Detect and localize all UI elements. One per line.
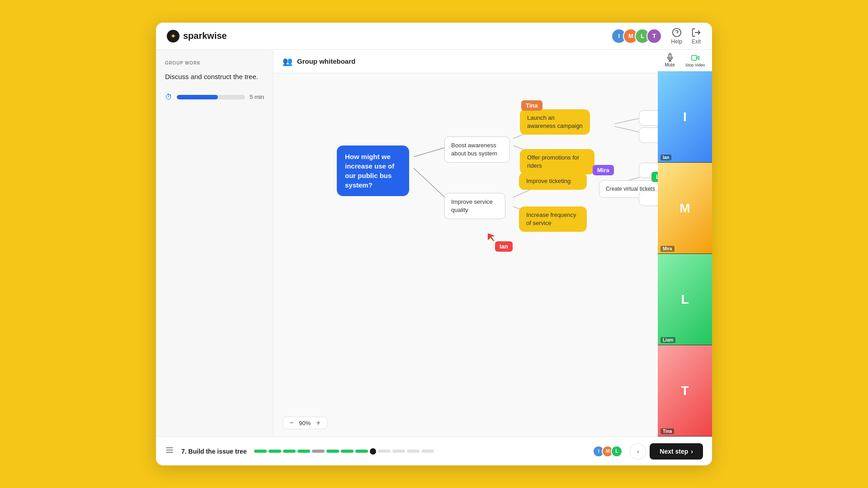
top-bar-right: I M L T Help Exit: [611, 28, 701, 45]
video-tile-mira: M Mira: [658, 163, 712, 254]
progress-dot-10: [378, 450, 391, 453]
canvas-area[interactable]: How might we increase use of our public …: [274, 73, 658, 436]
svg-marker-17: [697, 56, 699, 60]
liam-cursor: Liam: [651, 172, 658, 182]
help-button[interactable]: Help: [671, 28, 682, 45]
frequency-node[interactable]: Increase frequency of service: [519, 206, 587, 232]
zoom-out-button[interactable]: −: [288, 419, 295, 427]
svg-marker-14: [488, 233, 495, 241]
progress-dot-8: [355, 450, 368, 453]
sidebar: GROUP WORK Discuss and construct the tre…: [156, 50, 274, 436]
logo-icon: ✦: [167, 30, 179, 42]
svg-rect-18: [691, 55, 696, 60]
main-layout: GROUP WORK Discuss and construct the tre…: [156, 50, 712, 436]
svg-line-12: [615, 118, 639, 124]
video-name-tina: Tina: [660, 428, 674, 434]
progress-dots: [254, 448, 586, 455]
progress-dot-13: [421, 450, 434, 453]
video-panel: Mute Stop Video I Ian M Mira: [658, 50, 712, 436]
progress-dot-7: [341, 450, 354, 453]
group-work-tag: GROUP WORK: [165, 61, 264, 66]
svg-line-13: [615, 127, 639, 132]
promotions-node[interactable]: Offer promotions for riders: [520, 149, 594, 174]
central-node[interactable]: How might we increase use of our public …: [337, 145, 409, 196]
progress-dot-5: [312, 450, 325, 453]
progress-dot-11: [392, 450, 405, 453]
nav-buttons: ‹ Next step ›: [630, 443, 703, 460]
logo-area: ✦ sparkwise: [167, 30, 611, 42]
step-label: 7. Build the issue tree: [181, 448, 247, 455]
mira-cursor: Mira: [593, 165, 614, 175]
video-feed: I Ian M Mira L Liam T Tina: [658, 71, 712, 436]
menu-icon[interactable]: [165, 446, 174, 457]
progress-dot-1: [254, 450, 267, 453]
zoom-controls: − 90% +: [283, 417, 327, 429]
connector-lines: [274, 73, 658, 436]
app-window: ✦ sparkwise I M L T Help: [156, 23, 712, 465]
progress-dot-3: [283, 450, 296, 453]
empty-node-2[interactable]: [639, 127, 658, 143]
timer-icon: ⏱: [165, 93, 172, 101]
whiteboard-icon: 👥: [283, 56, 292, 66]
app-name: sparkwise: [183, 31, 227, 41]
avatar-tina[interactable]: T: [646, 28, 662, 44]
avatar-group: I M L T: [611, 28, 662, 44]
progress-dot-9: [370, 448, 376, 455]
boost-awareness-node[interactable]: Boost awareness about bus system: [444, 136, 510, 163]
empty-node-4[interactable]: [639, 191, 658, 206]
progress-dot-4: [297, 450, 310, 453]
bottom-bar: 7. Build the issue tree I M L ‹ Ne: [156, 436, 712, 465]
video-tile-tina: T Tina: [658, 345, 712, 436]
bottom-avatar-3: L: [611, 446, 623, 457]
awareness-campaign-node[interactable]: Launch an awareness campaign: [520, 109, 590, 135]
tina-cursor: Tina: [521, 100, 542, 111]
video-tile-ian: I Ian: [658, 71, 712, 163]
improve-service-node[interactable]: Improve service quality: [444, 193, 505, 219]
whiteboard-title: Group whiteboard: [297, 57, 355, 65]
ian-cursor: Ian: [495, 241, 513, 252]
sidebar-description: Discuss and construct the tree.: [165, 72, 264, 82]
timer-fill: [177, 95, 218, 99]
prev-button[interactable]: ‹: [630, 443, 646, 460]
whiteboard-area: 👥 Group whiteboard: [274, 50, 658, 436]
timer-label: 5 min: [250, 94, 264, 100]
whiteboard-header: 👥 Group whiteboard: [274, 50, 658, 73]
next-step-button[interactable]: Next step ›: [650, 443, 703, 460]
video-controls: Mute Stop Video: [658, 50, 712, 71]
timer-bar: [177, 95, 245, 99]
progress-dot-2: [269, 450, 281, 453]
timer-row: ⏱ 5 min: [165, 93, 264, 101]
ticketing-node[interactable]: Improve ticketing: [519, 173, 587, 190]
video-name-mira: Mira: [660, 246, 675, 252]
empty-node-1[interactable]: [639, 110, 658, 126]
progress-dot-6: [326, 450, 339, 453]
bottom-avatars: I M L: [593, 446, 623, 457]
zoom-in-button[interactable]: +: [314, 419, 322, 427]
exit-button[interactable]: Exit: [691, 28, 701, 45]
video-tile-liam: L Liam: [658, 254, 712, 345]
video-name-ian: Ian: [660, 155, 671, 160]
top-bar: ✦ sparkwise I M L T Help: [156, 23, 712, 50]
progress-dot-12: [407, 450, 420, 453]
video-name-liam: Liam: [660, 337, 675, 343]
zoom-level: 90%: [299, 420, 311, 427]
stop-video-button[interactable]: Stop Video: [685, 54, 705, 67]
mute-button[interactable]: Mute: [665, 53, 675, 67]
